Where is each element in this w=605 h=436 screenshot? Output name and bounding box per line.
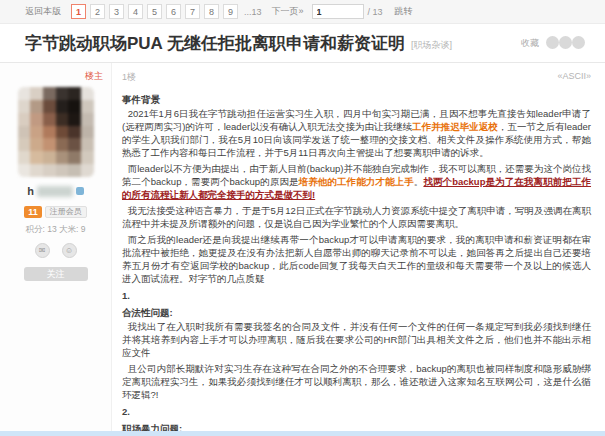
post-panel: 楼主 h 11 注册会员 积分: 13 大米: 9 ✉☺ 关注 1楼 «ASCI… [0, 62, 605, 436]
post-paragraph: 2021年1月6日我在字节跳动担任运营实习生入职，四月中旬实习期已满，且因不想事… [122, 107, 591, 159]
page-button-3[interactable]: 3 [109, 4, 124, 19]
message-icon[interactable]: ✉ [35, 243, 50, 258]
floor-number: 1楼 [122, 71, 136, 84]
post-content-header: 1楼 «ASCII» [122, 71, 591, 84]
avatar-pixel [56, 138, 69, 151]
level-badge: 11 [24, 206, 42, 218]
post-heading: 1. [122, 289, 591, 302]
post-text-segment: 1. [122, 290, 130, 301]
post-text-segment: 且公司内部长期默许对实习生存在这种写在合同之外的不合理要求，backup的离职也… [122, 363, 591, 400]
post-paragraph: 而leader以不方便为由提出，由于新人目前(backup)并不能独自完成制作，… [122, 162, 591, 201]
avatar-pixel [30, 151, 43, 164]
thread-owner-badge: 楼主 [85, 70, 103, 83]
post-text-segment: 工作并推迟毕业返校 [412, 121, 498, 132]
avatar-pixel [81, 113, 94, 126]
avatar-pixel [68, 126, 81, 139]
username-visible-text: h [27, 185, 34, 197]
avatar[interactable] [18, 87, 94, 177]
avatar-pixel [18, 164, 31, 177]
avatar-pixel [18, 138, 31, 151]
page-button-7[interactable]: 7 [185, 4, 200, 19]
page-button-6[interactable]: 6 [166, 4, 181, 19]
avatar-pixel [81, 164, 94, 177]
thread-category-tag[interactable]: [职场杂谈] [411, 39, 452, 52]
avatar-pixel [81, 126, 94, 139]
user-stats: 积分: 13 大米: 9 [0, 224, 111, 236]
avatar-pixel [18, 87, 31, 100]
page-title: 字节跳动职场PUA 无继任拒批离职申请和薪资证明 [25, 32, 405, 55]
share-weibo-icon[interactable] [559, 36, 572, 49]
avatar-pixel [56, 126, 69, 139]
avatar-pixel [43, 100, 56, 113]
avatar-pixel [43, 113, 56, 126]
post-heading: 事件背景 [122, 93, 591, 106]
pagination-bar: 返回本版 123456789 ...13 下一页» / 13 跳转 [0, 0, 605, 24]
avatar-pixel [68, 113, 81, 126]
back-to-board-link[interactable]: 返回本版 [25, 5, 61, 18]
avatar-pixel [56, 87, 69, 100]
page-button-1[interactable]: 1 [71, 4, 86, 19]
page-button-8[interactable]: 8 [204, 4, 219, 19]
avatar-pixel [56, 151, 69, 164]
avatar-pixel [18, 113, 31, 126]
share-qzone-icon[interactable] [572, 36, 585, 49]
page-buttons: 123456789 [69, 4, 240, 19]
avatar-pixel [30, 126, 43, 139]
username[interactable]: h [0, 185, 111, 197]
post-text-segment: 而之后我的leader还是向我提出继续再带一个backup才可以申请离职的要求，… [122, 234, 591, 284]
author-sidebar: 楼主 h 11 注册会员 积分: 13 大米: 9 ✉☺ 关注 [0, 63, 112, 436]
title-row: 字节跳动职场PUA 无继任拒批离职申请和薪资证明 [职场杂谈] 收藏 [0, 24, 605, 62]
share-wechat-icon[interactable] [546, 36, 559, 49]
page-button-4[interactable]: 4 [128, 4, 143, 19]
follow-button[interactable]: 关注 [24, 267, 88, 281]
post-text-segment: 培养他的工作能力才能上手 [299, 176, 414, 187]
avatar-pixel [56, 113, 69, 126]
page-jump-input[interactable] [312, 4, 364, 19]
avatar-pixel [30, 113, 43, 126]
avatar-pixel [43, 164, 56, 177]
avatar-pixel [30, 138, 43, 151]
next-page-link[interactable]: 下一页» [272, 5, 304, 18]
avatar-pixel [81, 151, 94, 164]
avatar-pixel [81, 87, 94, 100]
post-paragraph: 且公司内部长期默许对实习生存在这种写在合同之外的不合理要求，backup的离职也… [122, 362, 591, 401]
page-total-label: / 13 [368, 7, 383, 17]
share-icons [546, 35, 585, 53]
avatar-pixel [30, 164, 43, 177]
jump-go-button[interactable]: 跳转 [395, 5, 413, 18]
avatar-pixel [68, 100, 81, 113]
avatar-pixel [81, 138, 94, 151]
post-text-segment: 事件背景 [122, 94, 160, 105]
post-heading: 合法性问题: [122, 306, 591, 319]
post-paragraph: 我无法接受这种语言暴力，于是于5月12日正式在字节跳动人力资源系统中提交了离职申… [122, 204, 591, 230]
avatar-pixel [68, 151, 81, 164]
username-blurred-text [37, 186, 73, 197]
post-content: 1楼 «ASCII» 事件背景2021年1月6日我在字节跳动担任运营实习生入职，… [112, 63, 605, 436]
page-button-2[interactable]: 2 [90, 4, 105, 19]
user-badges: 11 注册会员 [0, 206, 111, 218]
avatar-pixel [43, 126, 56, 139]
page-button-9[interactable]: 9 [223, 4, 238, 19]
user-status-icon [76, 187, 84, 195]
post-text-segment: 我找出了在入职时我所有需要我签名的合同及文件，并没有任何一个文件的任何一条规定写… [122, 321, 591, 358]
post-text-segment: 合法性问题: [122, 307, 173, 318]
avatar-pixel [68, 87, 81, 100]
bottom-highlight-strip [0, 431, 605, 436]
post-meta-link[interactable]: «ASCII» [557, 71, 591, 84]
group-badge: 注册会员 [45, 206, 87, 218]
avatar-pixel [43, 151, 56, 164]
post-text-segment: 。 [414, 176, 424, 187]
avatar-pixel [30, 100, 43, 113]
page-ellipsis[interactable]: ...13 [244, 7, 262, 17]
avatar-pixel [68, 164, 81, 177]
post-paragraph: 而之后我的leader还是向我提出继续再带一个backup才可以申请离职的要求，… [122, 233, 591, 285]
favorite-button[interactable]: 收藏 [521, 37, 539, 50]
title-actions: 收藏 [521, 35, 585, 53]
avatar-pixel [56, 100, 69, 113]
avatar-pixel [30, 87, 43, 100]
add-friend-icon[interactable]: ☺ [62, 243, 77, 258]
page-button-5[interactable]: 5 [147, 4, 162, 19]
post-heading: 2. [122, 405, 591, 418]
avatar-pixel [18, 100, 31, 113]
post-body: 事件背景2021年1月6日我在字节跳动担任运营实习生入职，四月中旬实习期已满，且… [122, 93, 591, 436]
